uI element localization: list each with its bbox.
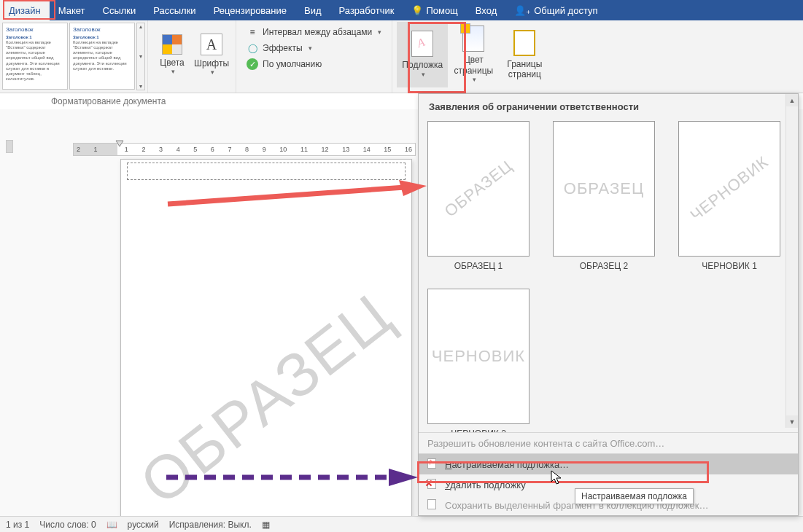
chevron-down-icon: ▾ bbox=[211, 69, 214, 76]
theme-thumb-2[interactable]: Заголовок Заголовок 1 Коллекция на вклад… bbox=[69, 23, 135, 90]
tab-review[interactable]: Рецензирование bbox=[205, 0, 295, 20]
lightbulb-icon: 💡 bbox=[411, 5, 423, 16]
thumb-text: Коллекция на вкладке "Вставка" содержат … bbox=[6, 40, 64, 82]
dropdown-section-header: Заявления об ограничении ответственности bbox=[419, 94, 798, 118]
status-macro-icon[interactable]: ▦ bbox=[262, 520, 270, 530]
watermark-label: Подложка bbox=[402, 60, 443, 70]
vertical-ruler-stub bbox=[6, 140, 13, 153]
watermark-item-draft-2[interactable]: ЧЕРНОВИК ЧЕРНОВИК 2 bbox=[427, 289, 529, 439]
paragraph-spacing-button[interactable]: ≡ Интервал между абзацами ▾ bbox=[247, 26, 381, 38]
document-page[interactable]: ОБРАЗЕЦ bbox=[120, 159, 412, 516]
tab-mailings[interactable]: Рассылки bbox=[144, 0, 204, 20]
page-color-button[interactable]: Цвет страницы ▾ bbox=[448, 22, 499, 87]
allow-office-update[interactable]: Разрешить обновление контента с сайта Of… bbox=[419, 433, 798, 453]
share-button[interactable]: 👤₊Общий доступ bbox=[505, 0, 606, 20]
effects-button[interactable]: ◯ Эффекты ▾ bbox=[247, 42, 381, 54]
scroll-up-icon[interactable]: ▲ bbox=[786, 94, 798, 106]
tooltip: Настраиваемая подложка bbox=[575, 488, 694, 504]
colors-icon bbox=[162, 34, 182, 55]
remove-icon bbox=[427, 479, 439, 490]
thumb-sub: Заголовок 1 bbox=[6, 35, 32, 39]
tab-view[interactable]: Вид bbox=[295, 0, 330, 20]
ribbon: Заголовок Заголовок 1 Коллекция на вклад… bbox=[0, 20, 803, 93]
fonts-label: Шрифты bbox=[194, 58, 229, 69]
paragraph-spacing-icon: ≡ bbox=[247, 26, 258, 38]
watermark-thumb: ОБРАЗЕЦ bbox=[553, 121, 655, 257]
document-formatting-gallery[interactable]: Заголовок Заголовок 1 Коллекция на вклад… bbox=[2, 23, 145, 90]
thumb-title: Заголовок bbox=[6, 26, 64, 34]
sign-in[interactable]: Вход bbox=[467, 0, 505, 20]
fonts-icon: А bbox=[201, 34, 222, 55]
set-default-label: По умолчанию bbox=[263, 59, 322, 69]
status-bar: 1 из 1 Число слов: 0 📖 русский Исправлен… bbox=[0, 516, 803, 532]
status-proofing-icon[interactable]: 📖 bbox=[106, 520, 117, 530]
allow-update-label: Разрешить обновление контента с сайта Of… bbox=[427, 438, 664, 449]
watermark-caption: ОБРАЗЕЦ 2 bbox=[580, 261, 628, 271]
svg-marker-0 bbox=[116, 141, 123, 146]
save-icon bbox=[427, 499, 439, 511]
watermark-thumb: ОБРАЗЕЦ bbox=[427, 121, 529, 257]
watermark-item-draft-1[interactable]: ЧЕРНОВИК ЧЕРНОВИК 1 bbox=[678, 121, 780, 271]
watermark-button[interactable]: Подложка ▾ bbox=[397, 22, 448, 87]
thumb-title: Заголовок bbox=[73, 26, 131, 34]
group-label-formatting: Форматирование документа bbox=[51, 96, 166, 106]
tab-references[interactable]: Ссылки bbox=[94, 0, 145, 20]
watermark-caption: ОБРАЗЕЦ 1 bbox=[454, 261, 503, 271]
header-area[interactable] bbox=[127, 163, 406, 180]
watermark-item-sample-2[interactable]: ОБРАЗЕЦ ОБРАЗЕЦ 2 bbox=[553, 121, 655, 271]
thumb-text: Коллекция на вкладке "Вставка" содержат … bbox=[73, 40, 131, 71]
effects-icon: ◯ bbox=[247, 42, 258, 54]
tab-developer[interactable]: Разработчик bbox=[330, 0, 403, 20]
horizontal-ruler[interactable]: 21 123 456 789 101112 131415 16 bbox=[73, 143, 416, 156]
page-color-icon bbox=[462, 26, 484, 52]
effects-label: Эффекты bbox=[263, 43, 303, 53]
chevron-down-icon: ▾ bbox=[171, 68, 175, 75]
custom-watermark-menu-item[interactable]: Настраиваемая подложка… bbox=[419, 454, 798, 474]
status-track-changes[interactable]: Исправления: Выкл. bbox=[169, 520, 252, 530]
check-icon: ✓ bbox=[247, 58, 258, 70]
watermark-icon bbox=[411, 31, 433, 57]
tell-me[interactable]: 💡Помощ bbox=[403, 0, 466, 20]
colors-button[interactable]: Цвета▾ bbox=[152, 22, 192, 87]
thumb-sub: Заголовок 1 bbox=[73, 35, 99, 39]
watermark-item-sample-1[interactable]: ОБРАЗЕЦ ОБРАЗЕЦ 1 bbox=[427, 121, 529, 271]
chevron-down-icon: ▾ bbox=[422, 71, 425, 79]
indent-marker-icon[interactable] bbox=[115, 140, 124, 147]
gallery-scrollbar[interactable]: ▴▾▾ bbox=[136, 23, 145, 90]
paragraph-spacing-label: Интервал между абзацами bbox=[263, 27, 372, 37]
status-language[interactable]: русский bbox=[128, 520, 159, 530]
status-word-count[interactable]: Число слов: 0 bbox=[39, 520, 96, 530]
fonts-button[interactable]: А Шрифты▾ bbox=[192, 22, 231, 87]
page-color-label: Цвет страницы bbox=[448, 55, 499, 76]
page-borders-button[interactable]: Границы страниц bbox=[499, 22, 550, 87]
tell-me-label: Помощ bbox=[426, 5, 457, 16]
colors-label: Цвета bbox=[160, 58, 184, 68]
share-label: Общий доступ bbox=[534, 5, 597, 16]
custom-watermark-label: Настраиваемая подложка… bbox=[445, 459, 569, 470]
scroll-down-icon[interactable]: ▼ bbox=[786, 415, 798, 428]
status-page[interactable]: 1 из 1 bbox=[6, 520, 29, 530]
chevron-down-icon: ▾ bbox=[378, 28, 381, 36]
page-borders-icon bbox=[513, 30, 535, 56]
chevron-down-icon: ▾ bbox=[473, 76, 476, 84]
watermark-caption: ЧЕРНОВИК 1 bbox=[702, 261, 757, 271]
page-borders-label: Границы страниц bbox=[499, 59, 550, 80]
theme-thumb-1[interactable]: Заголовок Заголовок 1 Коллекция на вклад… bbox=[2, 23, 68, 90]
tab-layout[interactable]: Макет bbox=[50, 0, 94, 20]
share-icon: 👤₊ bbox=[514, 5, 531, 16]
watermark-dropdown: Заявления об ограничении ответственности… bbox=[418, 93, 799, 516]
watermark-thumb: ЧЕРНОВИК bbox=[678, 121, 780, 257]
set-default-button[interactable]: ✓ По умолчанию bbox=[247, 58, 381, 70]
dropdown-scrollbar[interactable]: ▲ ▼ bbox=[785, 94, 798, 428]
watermark-thumb: ЧЕРНОВИК bbox=[427, 289, 529, 424]
chevron-down-icon: ▾ bbox=[309, 44, 312, 52]
tab-design[interactable]: Дизайн bbox=[0, 0, 50, 20]
remove-watermark-label: Удалить подложку bbox=[445, 480, 526, 490]
page-watermark-text: ОБРАЗЕЦ bbox=[127, 280, 406, 516]
page-icon bbox=[427, 458, 439, 470]
ribbon-tabs: Дизайн Макет Ссылки Рассылки Рецензирова… bbox=[0, 0, 803, 20]
